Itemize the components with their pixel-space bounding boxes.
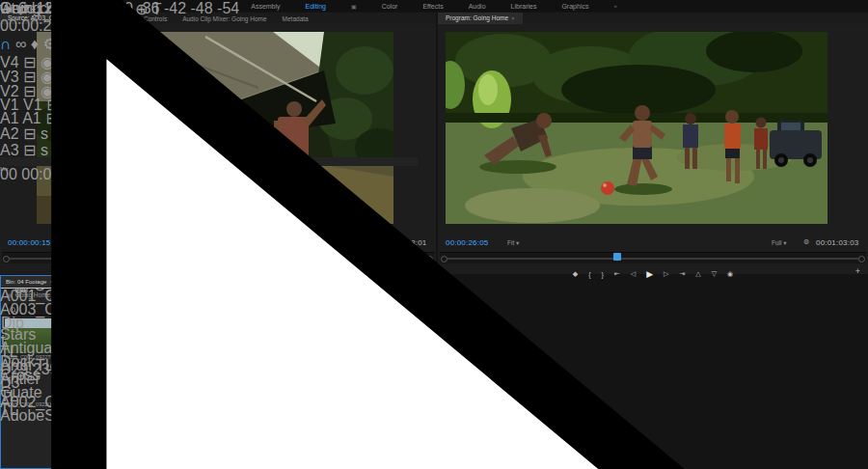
mouse-cursor <box>0 0 868 469</box>
premiere-pro-window: Assembly Editing ▣ Color Effects Audio L… <box>0 0 868 469</box>
